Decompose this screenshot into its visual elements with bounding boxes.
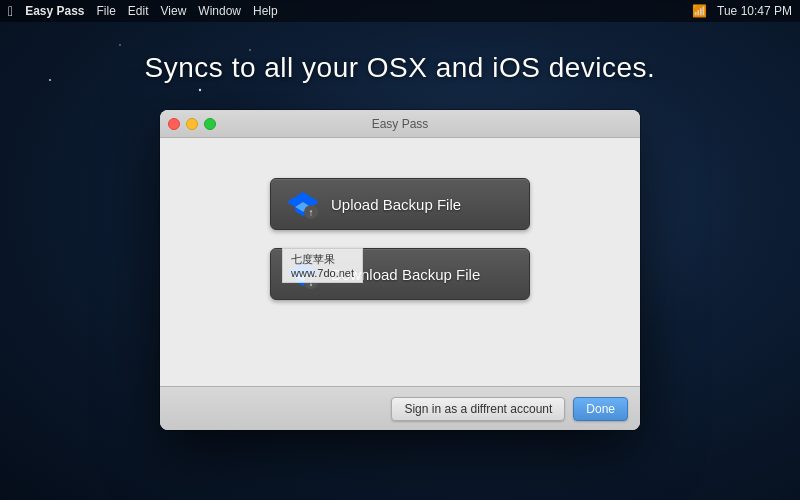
main-window: Easy Pass ↑ Upload Backup File bbox=[160, 110, 640, 430]
download-backup-button[interactable]: ↓ Download Backup File bbox=[270, 248, 530, 300]
edit-menu[interactable]: Edit bbox=[128, 4, 149, 18]
menubar:  Easy Pass File Edit View Window Help 📶… bbox=[0, 0, 800, 22]
window-controls bbox=[168, 118, 216, 130]
minimize-button[interactable] bbox=[186, 118, 198, 130]
apple-menu[interactable]:  bbox=[8, 3, 13, 19]
view-menu[interactable]: View bbox=[161, 4, 187, 18]
window-title: Easy Pass bbox=[372, 117, 429, 131]
svg-point-19 bbox=[249, 49, 250, 50]
close-button[interactable] bbox=[168, 118, 180, 130]
window-content: ↑ Upload Backup File ↓ Download Backu bbox=[160, 138, 640, 340]
desktop:  Easy Pass File Edit View Window Help 📶… bbox=[0, 0, 800, 500]
svg-text:↑: ↑ bbox=[309, 207, 314, 218]
upload-backup-button[interactable]: ↑ Upload Backup File bbox=[270, 178, 530, 230]
download-button-label: Download Backup File bbox=[331, 266, 480, 283]
window-titlebar: Easy Pass bbox=[160, 110, 640, 138]
svg-point-2 bbox=[199, 89, 201, 91]
sign-in-button[interactable]: Sign in as a diffrent account bbox=[391, 397, 565, 421]
menubar-right: 📶 Tue 10:47 PM bbox=[692, 4, 792, 18]
upload-button-label: Upload Backup File bbox=[331, 196, 461, 213]
wifi-icon: 📶 bbox=[692, 4, 707, 18]
dropbox-upload-icon: ↑ bbox=[287, 188, 319, 220]
dropbox-download-icon: ↓ bbox=[287, 258, 319, 290]
svg-point-1 bbox=[119, 44, 121, 46]
svg-text:↓: ↓ bbox=[309, 277, 314, 288]
clock-display: Tue 10:47 PM bbox=[717, 4, 792, 18]
headline-text: Syncs to all your OSX and iOS devices. bbox=[0, 52, 800, 84]
maximize-button[interactable] bbox=[204, 118, 216, 130]
menubar-left:  Easy Pass File Edit View Window Help bbox=[8, 3, 278, 19]
window-footer: Sign in as a diffrent account Done bbox=[160, 386, 640, 430]
file-menu[interactable]: File bbox=[97, 4, 116, 18]
app-name-menu[interactable]: Easy Pass bbox=[25, 4, 84, 18]
done-button[interactable]: Done bbox=[573, 397, 628, 421]
window-menu[interactable]: Window bbox=[198, 4, 241, 18]
help-menu[interactable]: Help bbox=[253, 4, 278, 18]
